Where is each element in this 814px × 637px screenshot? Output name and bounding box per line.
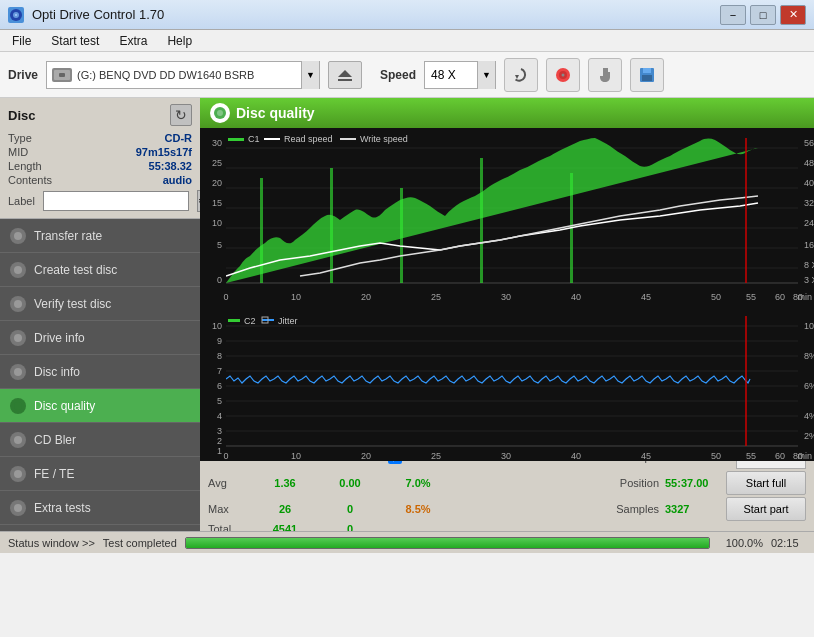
svg-rect-5 (59, 73, 65, 77)
disc-refresh-btn[interactable]: ↻ (170, 104, 192, 126)
sidebar-item-create-test-disc[interactable]: Create test disc (0, 253, 200, 287)
speed-dropdown-btn[interactable]: ▼ (477, 61, 495, 89)
menu-start-test[interactable]: Start test (43, 32, 107, 50)
status-bar: Status window >> Test completed 100.0% 0… (0, 531, 814, 553)
svg-point-15 (14, 232, 22, 240)
sidebar-item-fe-te[interactable]: FE / TE (0, 457, 200, 491)
sidebar-item-transfer-rate[interactable]: Transfer rate (0, 219, 200, 253)
svg-text:10: 10 (212, 321, 222, 331)
minimize-button[interactable]: − (720, 5, 746, 25)
menu-bar: File Start test Extra Help (0, 30, 814, 52)
svg-text:4: 4 (217, 411, 222, 421)
svg-point-20 (14, 402, 22, 410)
close-button[interactable]: ✕ (780, 5, 806, 25)
start-part-button[interactable]: Start part (726, 497, 806, 521)
sidebar-item-disc-quality[interactable]: Disc quality (0, 389, 200, 423)
svg-text:45: 45 (641, 292, 651, 302)
speed-label: Speed (380, 68, 416, 82)
svg-text:C1: C1 (248, 134, 260, 144)
svg-text:8%: 8% (804, 351, 814, 361)
charts-container: 30 25 20 15 10 5 0 56 X 48 X 40 X 32 X 2… (200, 128, 814, 441)
save-button[interactable] (630, 58, 664, 92)
svg-marker-6 (338, 70, 352, 77)
menu-extra[interactable]: Extra (111, 32, 155, 50)
max-jitter: 8.5% (388, 503, 448, 515)
svg-text:3 X: 3 X (804, 275, 814, 285)
maximize-button[interactable]: □ (750, 5, 776, 25)
svg-text:min: min (797, 451, 812, 461)
disc-quality-circle-icon (210, 103, 230, 123)
avg-label: Avg (208, 477, 250, 489)
sidebar-label-disc-quality: Disc quality (34, 399, 95, 413)
svg-text:2%: 2% (804, 431, 814, 441)
avg-c2: 0.00 (320, 477, 380, 489)
refresh-button[interactable] (504, 58, 538, 92)
svg-text:40: 40 (571, 292, 581, 302)
chart-bottom-svg: 10 9 8 7 6 5 4 3 2 1 10% 8% 6% 4% 2% (200, 311, 814, 461)
label-input[interactable] (43, 191, 189, 211)
svg-text:55: 55 (746, 292, 756, 302)
eject-button[interactable] (328, 61, 362, 89)
save-icon (638, 66, 656, 84)
hand-button[interactable] (588, 58, 622, 92)
svg-text:40: 40 (571, 451, 581, 461)
menu-file[interactable]: File (4, 32, 39, 50)
svg-text:0: 0 (217, 275, 222, 285)
status-time: 02:15 (771, 537, 806, 549)
drive-icon (51, 66, 73, 84)
sidebar-item-extra-tests[interactable]: Extra tests (0, 491, 200, 525)
status-window-button[interactable]: Status window >> (8, 537, 95, 549)
svg-point-25 (217, 110, 223, 116)
sidebar-item-cd-bler[interactable]: CD Bler (0, 423, 200, 457)
svg-rect-71 (264, 138, 280, 140)
status-text: Test completed (103, 537, 177, 549)
samples-label: Samples (616, 503, 659, 515)
sidebar-label-transfer-rate: Transfer rate (34, 229, 102, 243)
drive-info-icon (10, 330, 26, 346)
progress-bar-bg (185, 537, 710, 549)
drive-select-container: (G:) BENQ DVD DD DW1640 BSRB ▼ (46, 61, 320, 89)
svg-text:56 X: 56 X (804, 138, 814, 148)
sidebar-item-verify-test-disc[interactable]: Verify test disc (0, 287, 200, 321)
start-full-button[interactable]: Start full (726, 471, 806, 495)
svg-text:6: 6 (217, 381, 222, 391)
sidebar-label-drive-info: Drive info (34, 331, 85, 345)
svg-text:55: 55 (746, 451, 756, 461)
chart-top: 30 25 20 15 10 5 0 56 X 48 X 40 X 32 X 2… (200, 128, 814, 311)
svg-text:3: 3 (217, 426, 222, 436)
svg-text:20: 20 (212, 178, 222, 188)
cd-bler-icon (10, 432, 26, 448)
svg-text:25: 25 (431, 451, 441, 461)
disc-length-row: Length 55:38.32 (8, 160, 192, 172)
extra-tests-icon (10, 500, 26, 516)
svg-text:10: 10 (291, 451, 301, 461)
svg-rect-64 (330, 168, 333, 283)
svg-text:50: 50 (711, 451, 721, 461)
svg-point-19 (14, 368, 22, 376)
svg-text:0: 0 (223, 451, 228, 461)
sidebar-item-drive-info[interactable]: Drive info (0, 321, 200, 355)
speed-value: 48 X (425, 68, 477, 82)
sidebar-label-disc-info: Disc info (34, 365, 80, 379)
disc-title: Disc (8, 108, 35, 123)
svg-text:Jitter: Jitter (278, 316, 298, 326)
sidebar-label-cd-bler: CD Bler (34, 433, 76, 447)
svg-text:min: min (797, 292, 812, 302)
svg-rect-69 (228, 138, 244, 141)
sidebar: Disc ↻ Type CD-R MID 97m15s17f Length 55… (0, 98, 200, 531)
menu-help[interactable]: Help (159, 32, 200, 50)
content-area: Disc quality 30 25 20 15 10 5 0 56 X (200, 98, 814, 531)
drive-dropdown-btn[interactable]: ▼ (301, 61, 319, 89)
refresh-icon (512, 66, 530, 84)
total-c1: 4541 (250, 523, 320, 531)
settings-button[interactable] (546, 58, 580, 92)
speed-select-container: 48 X ▼ (424, 61, 496, 89)
svg-text:10: 10 (212, 218, 222, 228)
svg-rect-73 (340, 138, 356, 140)
sidebar-item-disc-info[interactable]: Disc info (0, 355, 200, 389)
disc-icon (554, 66, 572, 84)
main-content: Disc ↻ Type CD-R MID 97m15s17f Length 55… (0, 98, 814, 531)
position-label: Position (620, 477, 659, 489)
disc-quality-title: Disc quality (236, 105, 315, 121)
app-icon (8, 7, 24, 23)
